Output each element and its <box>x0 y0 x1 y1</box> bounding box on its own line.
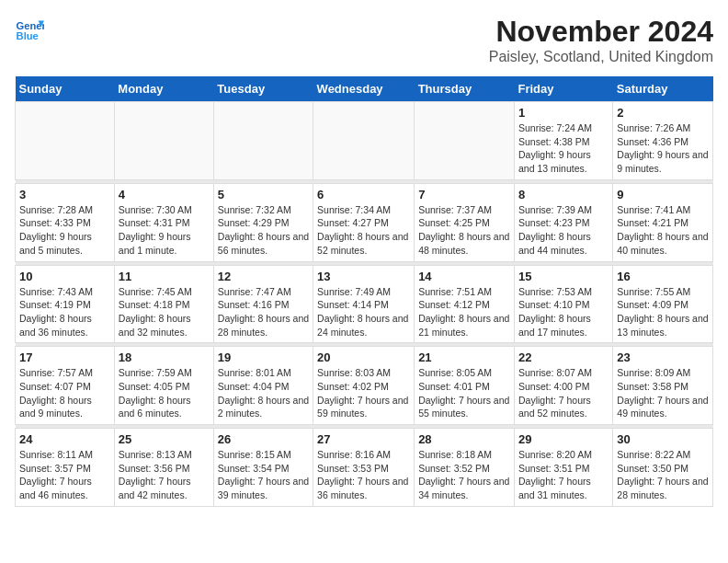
day-info: Sunrise: 7:43 AM Sunset: 4:19 PM Dayligh… <box>19 285 110 339</box>
calendar-cell: 15Sunrise: 7:53 AM Sunset: 4:10 PM Dayli… <box>514 265 612 343</box>
day-info: Sunrise: 7:45 AM Sunset: 4:18 PM Dayligh… <box>119 285 210 339</box>
day-info: Sunrise: 7:57 AM Sunset: 4:07 PM Dayligh… <box>19 366 110 420</box>
calendar-cell: 28Sunrise: 8:18 AM Sunset: 3:52 PM Dayli… <box>415 429 515 507</box>
calendar-table: SundayMondayTuesdayWednesdayThursdayFrid… <box>15 76 713 507</box>
calendar-cell <box>313 102 415 180</box>
column-header-thursday: Thursday <box>415 76 515 102</box>
calendar-cell: 30Sunrise: 8:22 AM Sunset: 3:50 PM Dayli… <box>613 429 713 507</box>
day-number: 5 <box>218 188 309 201</box>
column-header-monday: Monday <box>114 76 213 102</box>
day-number: 26 <box>218 432 309 446</box>
day-number: 11 <box>119 270 210 283</box>
day-number: 13 <box>317 270 410 283</box>
calendar-cell: 6Sunrise: 7:34 AM Sunset: 4:27 PM Daylig… <box>313 183 415 261</box>
day-info: Sunrise: 7:37 AM Sunset: 4:25 PM Dayligh… <box>418 203 510 258</box>
day-info: Sunrise: 7:55 AM Sunset: 4:09 PM Dayligh… <box>617 285 709 339</box>
calendar-cell: 17Sunrise: 7:57 AM Sunset: 4:07 PM Dayli… <box>16 347 115 425</box>
day-number: 19 <box>218 350 309 364</box>
day-info: Sunrise: 7:49 AM Sunset: 4:14 PM Dayligh… <box>317 285 410 339</box>
day-info: Sunrise: 7:59 AM Sunset: 4:05 PM Dayligh… <box>119 366 210 420</box>
day-info: Sunrise: 8:05 AM Sunset: 4:01 PM Dayligh… <box>418 366 510 420</box>
column-header-saturday: Saturday <box>613 76 713 102</box>
calendar-cell: 24Sunrise: 8:11 AM Sunset: 3:57 PM Dayli… <box>16 429 115 507</box>
day-number: 15 <box>518 270 609 283</box>
day-number: 28 <box>418 432 510 446</box>
calendar-cell: 9Sunrise: 7:41 AM Sunset: 4:21 PM Daylig… <box>613 183 713 261</box>
calendar-cell <box>415 102 515 180</box>
day-info: Sunrise: 7:24 AM Sunset: 4:38 PM Dayligh… <box>518 121 609 176</box>
calendar-cell: 27Sunrise: 8:16 AM Sunset: 3:53 PM Dayli… <box>313 429 415 507</box>
column-header-friday: Friday <box>514 76 612 102</box>
day-info: Sunrise: 7:28 AM Sunset: 4:33 PM Dayligh… <box>19 203 110 258</box>
day-number: 1 <box>518 106 609 120</box>
calendar-cell: 26Sunrise: 8:15 AM Sunset: 3:54 PM Dayli… <box>213 429 313 507</box>
day-info: Sunrise: 8:07 AM Sunset: 4:00 PM Dayligh… <box>518 366 609 420</box>
day-info: Sunrise: 8:13 AM Sunset: 3:56 PM Dayligh… <box>119 448 210 502</box>
day-number: 2 <box>617 106 709 120</box>
day-number: 24 <box>19 432 110 446</box>
calendar-cell: 13Sunrise: 7:49 AM Sunset: 4:14 PM Dayli… <box>313 265 415 343</box>
calendar-week-row: 24Sunrise: 8:11 AM Sunset: 3:57 PM Dayli… <box>16 429 713 507</box>
month-year-title: November 2024 <box>489 15 713 49</box>
location-subtitle: Paisley, Scotland, United Kingdom <box>489 49 713 65</box>
day-number: 25 <box>119 432 210 446</box>
calendar-cell <box>16 102 115 180</box>
calendar-cell: 16Sunrise: 7:55 AM Sunset: 4:09 PM Dayli… <box>613 265 713 343</box>
calendar-cell: 8Sunrise: 7:39 AM Sunset: 4:23 PM Daylig… <box>514 183 612 261</box>
day-info: Sunrise: 8:22 AM Sunset: 3:50 PM Dayligh… <box>617 448 709 502</box>
calendar-cell <box>213 102 313 180</box>
page-header: General Blue November 2024 Paisley, Scot… <box>15 15 713 65</box>
calendar-cell: 10Sunrise: 7:43 AM Sunset: 4:19 PM Dayli… <box>16 265 115 343</box>
day-number: 3 <box>19 188 110 201</box>
day-number: 23 <box>617 350 709 364</box>
day-info: Sunrise: 8:18 AM Sunset: 3:52 PM Dayligh… <box>418 448 510 502</box>
calendar-cell: 5Sunrise: 7:32 AM Sunset: 4:29 PM Daylig… <box>213 183 313 261</box>
day-number: 29 <box>518 432 609 446</box>
day-number: 7 <box>418 188 510 201</box>
day-info: Sunrise: 7:47 AM Sunset: 4:16 PM Dayligh… <box>218 285 309 339</box>
day-number: 20 <box>317 350 410 364</box>
column-header-wednesday: Wednesday <box>313 76 415 102</box>
day-number: 18 <box>119 350 210 364</box>
calendar-cell: 3Sunrise: 7:28 AM Sunset: 4:33 PM Daylig… <box>16 183 115 261</box>
day-info: Sunrise: 8:09 AM Sunset: 3:58 PM Dayligh… <box>617 366 709 420</box>
calendar-week-row: 1Sunrise: 7:24 AM Sunset: 4:38 PM Daylig… <box>16 102 713 180</box>
day-info: Sunrise: 8:01 AM Sunset: 4:04 PM Dayligh… <box>218 366 309 420</box>
column-header-sunday: Sunday <box>16 76 115 102</box>
day-number: 4 <box>119 188 210 201</box>
calendar-cell: 25Sunrise: 8:13 AM Sunset: 3:56 PM Dayli… <box>114 429 213 507</box>
day-info: Sunrise: 7:34 AM Sunset: 4:27 PM Dayligh… <box>317 203 410 258</box>
day-number: 30 <box>617 432 709 446</box>
logo: General Blue <box>15 15 44 44</box>
calendar-cell: 4Sunrise: 7:30 AM Sunset: 4:31 PM Daylig… <box>114 183 213 261</box>
day-info: Sunrise: 8:03 AM Sunset: 4:02 PM Dayligh… <box>317 366 410 420</box>
day-number: 9 <box>617 188 709 201</box>
calendar-cell: 18Sunrise: 7:59 AM Sunset: 4:05 PM Dayli… <box>114 347 213 425</box>
day-number: 22 <box>518 350 609 364</box>
calendar-cell: 21Sunrise: 8:05 AM Sunset: 4:01 PM Dayli… <box>415 347 515 425</box>
day-number: 17 <box>19 350 110 364</box>
svg-text:Blue: Blue <box>17 30 39 41</box>
logo-icon: General Blue <box>15 15 44 44</box>
calendar-week-row: 17Sunrise: 7:57 AM Sunset: 4:07 PM Dayli… <box>16 347 713 425</box>
day-info: Sunrise: 7:41 AM Sunset: 4:21 PM Dayligh… <box>617 203 709 258</box>
calendar-cell <box>114 102 213 180</box>
calendar-header-row: SundayMondayTuesdayWednesdayThursdayFrid… <box>16 76 713 102</box>
calendar-cell: 19Sunrise: 8:01 AM Sunset: 4:04 PM Dayli… <box>213 347 313 425</box>
calendar-cell: 23Sunrise: 8:09 AM Sunset: 3:58 PM Dayli… <box>613 347 713 425</box>
day-info: Sunrise: 8:20 AM Sunset: 3:51 PM Dayligh… <box>518 448 609 502</box>
calendar-cell: 20Sunrise: 8:03 AM Sunset: 4:02 PM Dayli… <box>313 347 415 425</box>
day-number: 6 <box>317 188 410 201</box>
day-info: Sunrise: 7:32 AM Sunset: 4:29 PM Dayligh… <box>218 203 309 258</box>
day-number: 10 <box>19 270 110 283</box>
title-block: November 2024 Paisley, Scotland, United … <box>489 15 713 65</box>
calendar-cell: 14Sunrise: 7:51 AM Sunset: 4:12 PM Dayli… <box>415 265 515 343</box>
day-info: Sunrise: 7:53 AM Sunset: 4:10 PM Dayligh… <box>518 285 609 339</box>
day-info: Sunrise: 7:26 AM Sunset: 4:36 PM Dayligh… <box>617 121 709 176</box>
calendar-cell: 12Sunrise: 7:47 AM Sunset: 4:16 PM Dayli… <box>213 265 313 343</box>
day-number: 21 <box>418 350 510 364</box>
calendar-cell: 11Sunrise: 7:45 AM Sunset: 4:18 PM Dayli… <box>114 265 213 343</box>
day-number: 12 <box>218 270 309 283</box>
day-number: 27 <box>317 432 410 446</box>
day-info: Sunrise: 8:11 AM Sunset: 3:57 PM Dayligh… <box>19 448 110 502</box>
